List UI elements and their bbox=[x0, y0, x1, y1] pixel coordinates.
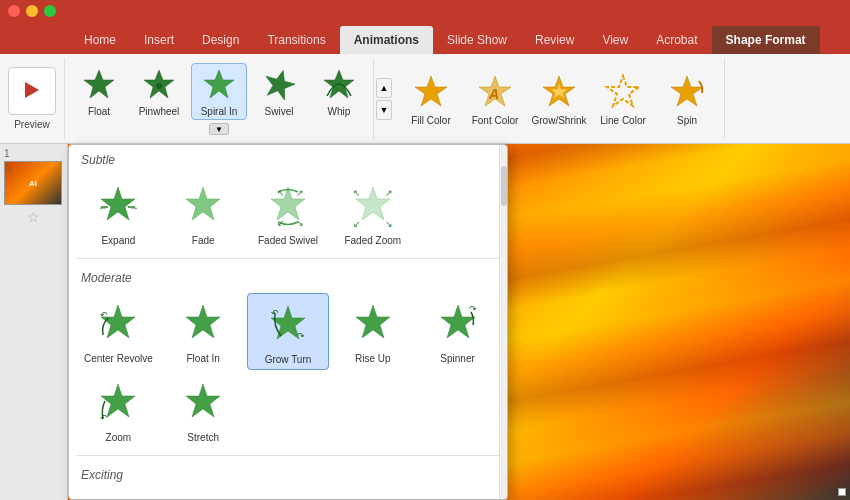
fade-label: Fade bbox=[192, 235, 215, 246]
svg-text:↗: ↗ bbox=[385, 188, 393, 198]
expand-icon: ← → bbox=[92, 181, 144, 233]
grid-item-faded-zoom[interactable]: ↖ ↗ ↙ ↘ Faded Zoom bbox=[331, 175, 414, 250]
anim-spiral[interactable]: Spiral In bbox=[191, 63, 247, 120]
moderate-section-label: Moderate bbox=[69, 263, 507, 289]
float-icon bbox=[79, 66, 119, 106]
grid-item-stretch[interactable]: Stretch bbox=[162, 372, 245, 447]
font-color-icon: A bbox=[473, 71, 517, 115]
stretch-label: Stretch bbox=[187, 432, 219, 443]
exciting-section-label: Exciting bbox=[69, 460, 507, 486]
expand-label: Expand bbox=[101, 235, 135, 246]
minimize-button[interactable] bbox=[26, 5, 38, 17]
grid-item-exciting-3[interactable] bbox=[247, 490, 330, 500]
tab-transitions[interactable]: Transitions bbox=[253, 26, 339, 54]
tab-home[interactable]: Home bbox=[70, 26, 130, 54]
slide-num-label: 1 bbox=[7, 163, 12, 173]
subtle-grid: ← → Expand Fade bbox=[69, 171, 507, 254]
svg-marker-0 bbox=[84, 70, 114, 98]
svg-marker-18 bbox=[186, 187, 220, 220]
scroll-track bbox=[499, 145, 507, 499]
ribbon-body: Preview Float P bbox=[0, 54, 850, 144]
moderate-exciting-divider bbox=[77, 455, 499, 456]
grow-shrink-icon bbox=[537, 71, 581, 115]
maximize-button[interactable] bbox=[44, 5, 56, 17]
float-label: Float bbox=[88, 106, 110, 117]
tab-acrobat[interactable]: Acrobat bbox=[642, 26, 711, 54]
animation-dropdown-arrow[interactable]: ▼ bbox=[209, 123, 229, 135]
svg-marker-12 bbox=[671, 76, 703, 106]
grow-shrink-label: Grow/Shrink bbox=[532, 115, 587, 126]
grid-item-center-revolve[interactable]: ↶ Center Revolve bbox=[77, 293, 160, 370]
emphasis-line-color[interactable]: Line Color bbox=[594, 69, 652, 128]
emphasis-grow-shrink[interactable]: Grow/Shrink bbox=[530, 69, 588, 128]
exciting-grid bbox=[69, 486, 507, 500]
preview-section: Preview bbox=[0, 58, 65, 139]
animations-section: Float Pinwheel Spiral I bbox=[65, 58, 374, 139]
tab-review[interactable]: Review bbox=[521, 26, 588, 54]
grid-item-spinner[interactable]: ↷ Spinner bbox=[416, 293, 499, 370]
grid-item-exciting-2[interactable] bbox=[162, 490, 245, 500]
exciting-2-icon bbox=[177, 496, 229, 500]
tab-animations[interactable]: Animations bbox=[340, 26, 433, 54]
spin-label: Spin bbox=[677, 115, 697, 126]
tab-design[interactable]: Design bbox=[188, 26, 253, 54]
svg-text:↶: ↶ bbox=[100, 310, 108, 320]
emphasis-fill-color[interactable]: Fill Color bbox=[402, 69, 460, 128]
grid-item-float-in[interactable]: Float In bbox=[162, 293, 245, 370]
spin-icon bbox=[665, 71, 709, 115]
svg-text:A: A bbox=[488, 86, 499, 102]
grid-item-fade[interactable]: Fade bbox=[162, 175, 245, 250]
faded-zoom-label: Faded Zoom bbox=[344, 235, 401, 246]
svg-marker-11 bbox=[607, 76, 639, 106]
swivel-label: Swivel bbox=[265, 106, 294, 117]
zoom-label: Zoom bbox=[106, 432, 132, 443]
slide-star-rating: ☆ bbox=[4, 209, 63, 225]
grid-item-expand[interactable]: ← → Expand bbox=[77, 175, 160, 250]
tab-slideshow[interactable]: Slide Show bbox=[433, 26, 521, 54]
exciting-3-icon bbox=[262, 496, 314, 500]
svg-text:←: ← bbox=[98, 202, 108, 213]
anim-float[interactable]: Float bbox=[71, 64, 127, 119]
tab-shape-format[interactable]: Shape Format bbox=[712, 26, 820, 54]
spiral-label: Spiral In bbox=[201, 106, 238, 117]
grid-item-faded-swivel[interactable]: ↖ ↗ ↙ ↘ Faded Swivel bbox=[247, 175, 330, 250]
anim-swivel[interactable]: Swivel bbox=[251, 64, 307, 119]
close-button[interactable] bbox=[8, 5, 20, 17]
slides-panel: 1 1 AI ☆ bbox=[0, 144, 68, 500]
emphasis-spin[interactable]: Spin bbox=[658, 69, 716, 128]
canvas-corner-handle[interactable] bbox=[838, 488, 846, 496]
anim-pinwheel[interactable]: Pinwheel bbox=[131, 64, 187, 119]
spinner-label: Spinner bbox=[440, 353, 474, 364]
svg-marker-40 bbox=[186, 384, 220, 417]
anim-whip[interactable]: Whip bbox=[311, 64, 367, 119]
tab-insert[interactable]: Insert bbox=[130, 26, 188, 54]
fill-color-icon bbox=[409, 71, 453, 115]
scroll-up-arrow[interactable]: ▲ bbox=[376, 78, 392, 98]
svg-text:↶: ↶ bbox=[100, 413, 108, 423]
faded-zoom-icon: ↖ ↗ ↙ ↘ bbox=[347, 181, 399, 233]
faded-swivel-icon: ↖ ↗ ↙ ↘ bbox=[262, 181, 314, 233]
svg-text:↙: ↙ bbox=[353, 219, 361, 229]
grid-item-zoom[interactable]: ↶ Zoom bbox=[77, 372, 160, 447]
svg-marker-6 bbox=[415, 76, 447, 106]
svg-text:↶: ↶ bbox=[271, 308, 279, 318]
scroll-down-arrow[interactable]: ▼ bbox=[376, 100, 392, 120]
svg-text:→: → bbox=[129, 202, 139, 213]
grid-item-exciting-1[interactable] bbox=[77, 490, 160, 500]
slide-thumbnail[interactable]: 1 AI bbox=[4, 161, 62, 205]
slide-number: 1 bbox=[4, 148, 63, 159]
faded-swivel-label: Faded Swivel bbox=[258, 235, 318, 246]
svg-marker-31 bbox=[186, 305, 220, 338]
grid-item-grow-turn[interactable]: ↶ ↷ Grow Turn bbox=[247, 293, 330, 370]
scroll-thumb[interactable] bbox=[501, 166, 507, 206]
pinwheel-icon bbox=[139, 66, 179, 106]
spiral-icon bbox=[199, 66, 239, 106]
grid-item-rise-up[interactable]: Rise Up bbox=[331, 293, 414, 370]
animation-dropdown-popup: Subtle ← → Expand bbox=[68, 144, 508, 500]
emphasis-font-color[interactable]: A Font Color bbox=[466, 69, 524, 128]
line-color-label: Line Color bbox=[600, 115, 646, 126]
tab-view[interactable]: View bbox=[588, 26, 642, 54]
svg-text:↘: ↘ bbox=[296, 218, 304, 228]
preview-button[interactable] bbox=[8, 67, 56, 115]
spinner-icon: ↷ bbox=[432, 299, 484, 351]
